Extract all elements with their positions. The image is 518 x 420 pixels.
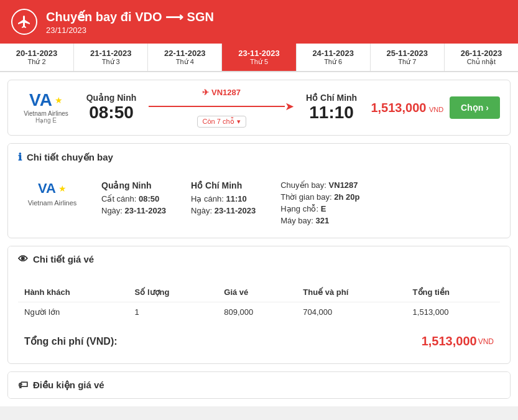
col-tax-fee: Thuế và phí (297, 282, 406, 302)
airline-info: VA ★ Vietnam Airlines Hạng E (18, 91, 74, 124)
price-table: Hành khách Số lượng Giá vé Thuế và phí T… (18, 282, 500, 322)
col-quantity: Số lượng (129, 282, 218, 302)
flight-header: Chuyến bay đi VDO ⟶ SGN 23/11/2023 (0, 0, 518, 44)
chevron-down-icon: ▾ (237, 118, 241, 126)
eye-icon: 👁 (18, 254, 28, 265)
arrival-city: Hồ Chí Minh (300, 93, 363, 103)
flight-class: Hạng E (35, 117, 57, 124)
total-currency: VND (478, 337, 494, 346)
plane-icon (17, 14, 32, 29)
departure-info: Quảng Ninh 08:50 (80, 93, 142, 123)
flight-line: ➤ (149, 100, 294, 113)
detail-star-icon: ★ (58, 184, 67, 194)
airline-detail: VA ★ Vietnam Airlines (18, 180, 86, 207)
flight-detail-row: VA ★ Vietnam Airlines Quảng Ninh Cất cán… (18, 180, 500, 228)
flight-detail-body: VA ★ Vietnam Airlines Quảng Ninh Cất cán… (8, 170, 510, 238)
header-date: 23/11/2023 (46, 26, 214, 35)
select-button[interactable]: Chọn › (450, 96, 500, 119)
airline-logo: VA ★ (29, 91, 63, 109)
to-code: SGN (187, 10, 214, 24)
total-label: Tổng chi phí (VND): (24, 335, 422, 347)
departure-col: Quảng Ninh Cất cánh: 08:50 Ngày: 23-11-2… (101, 180, 166, 228)
price-currency: VND (429, 106, 443, 113)
tag-icon: 🏷 (18, 380, 28, 391)
total-amount: 1,513,000 (422, 334, 477, 348)
col-ticket-price: Giá vé (218, 282, 297, 302)
date-tab-2[interactable]: 22-11-2023 Thứ 4 (148, 44, 222, 71)
from-code: VDO (135, 10, 162, 24)
tax-fee: 704,000 (297, 302, 406, 322)
date-tab-0[interactable]: 20-11-2023 Thứ 2 (0, 44, 74, 71)
line-bar (149, 106, 285, 107)
arrival-time: 11:10 (300, 103, 363, 123)
arrival-col: Hồ Chí Minh Hạ cánh: 11:10 Ngày: 23-11-2… (191, 180, 256, 228)
price-row: Người lớn 1 809,000 704,000 1,513,000 (18, 302, 500, 322)
date-tab-6[interactable]: 26-11-2023 Chủ nhật (445, 44, 518, 71)
aircraft-info: Máy bay: 321 (280, 216, 392, 225)
price-section: 1,513,000 VND (369, 101, 443, 115)
total-row: Tổng chi phí (VND): 1,513,000 VND (18, 329, 500, 353)
departure-city: Quảng Ninh (80, 93, 142, 103)
price-detail-section: 👁 Chi tiết giá vé Hành khách Số lượng Gi… (7, 246, 511, 364)
star-icon: ★ (55, 95, 63, 105)
airline-detail-logo: VA ★ (38, 180, 67, 197)
col-passenger: Hành khách (18, 282, 129, 302)
flight-header-icon (11, 9, 37, 35)
condition-section: 🏷 Điều kiện giá vé (7, 371, 511, 399)
class-info: Hạng chỗ: E (280, 204, 392, 213)
route-label: Chuyến bay đi (46, 10, 132, 24)
row-total: 1,513,000 (407, 302, 500, 322)
info-icon: ℹ (18, 151, 22, 163)
passenger-type: Người lớn (18, 302, 129, 322)
price-amount: 1,513,000 (371, 101, 426, 114)
price-display: 1,513,000 VND (369, 101, 443, 115)
date-tabs: 20-11-2023 Thứ 2 21-11-2023 Thứ 3 22-11-… (0, 44, 518, 72)
date-tab-3[interactable]: 23-11-2023 Thứ 5 (222, 44, 296, 71)
flight-detail-section: ℹ Chi tiết chuyến bay VA ★ Vietnam Airli… (7, 143, 511, 238)
col-total: Tổng tiền (407, 282, 500, 302)
route-title: Chuyến bay đi VDO ⟶ SGN (46, 9, 214, 24)
detail-columns: Quảng Ninh Cất cánh: 08:50 Ngày: 23-11-2… (101, 180, 500, 228)
condition-header[interactable]: 🏷 Điều kiện giá vé (8, 372, 510, 398)
header-text: Chuyến bay đi VDO ⟶ SGN 23/11/2023 (46, 9, 214, 35)
date-tab-5[interactable]: 25-11-2023 Thứ 7 (371, 44, 445, 71)
plane-small-icon: ✈ (202, 88, 209, 97)
flight-middle: ✈ VN1287 ➤ Còn 7 chỗ ▾ (149, 88, 294, 128)
arrival-info: Hồ Chí Minh 11:10 (300, 93, 363, 123)
arrival-date: Ngày: 23-11-2023 (191, 206, 256, 215)
airline-name: Vietnam Airlines (24, 110, 68, 117)
passenger-quantity: 1 (129, 302, 218, 322)
land-label: Hạ cánh: 11:10 (191, 194, 256, 203)
va-logo: VA (29, 91, 52, 109)
date-tab-1[interactable]: 21-11-2023 Thứ 3 (74, 44, 148, 71)
duration-info: Thời gian bay: 2h 20p (280, 192, 392, 202)
flight-number: ✈ VN1287 (202, 88, 241, 97)
flight-info-col: Chuyến bay: VN1287 Thời gian bay: 2h 20p… (280, 180, 392, 228)
ticket-price: 809,000 (218, 302, 297, 322)
route-arrow: ⟶ (165, 10, 183, 24)
takeoff-label: Cất cánh: 08:50 (101, 194, 166, 203)
departure-time: 08:50 (80, 103, 142, 123)
seats-badge[interactable]: Còn 7 chỗ ▾ (197, 116, 246, 128)
chevron-right-icon: › (486, 103, 489, 113)
arrow-icon: ➤ (285, 100, 294, 113)
flight-number-info: Chuyến bay: VN1287 (280, 180, 392, 190)
flight-detail-header: ℹ Chi tiết chuyến bay (8, 144, 510, 170)
departure-date: Ngày: 23-11-2023 (101, 206, 166, 215)
date-tab-4[interactable]: 24-11-2023 Thứ 6 (297, 44, 371, 71)
price-detail-body: Hành khách Số lượng Giá vé Thuế và phí T… (8, 273, 510, 363)
price-detail-header: 👁 Chi tiết giá vé (8, 246, 510, 273)
flight-card: VA ★ Vietnam Airlines Hạng E Quảng Ninh … (7, 80, 511, 136)
va-detail-logo: VA (38, 180, 56, 197)
